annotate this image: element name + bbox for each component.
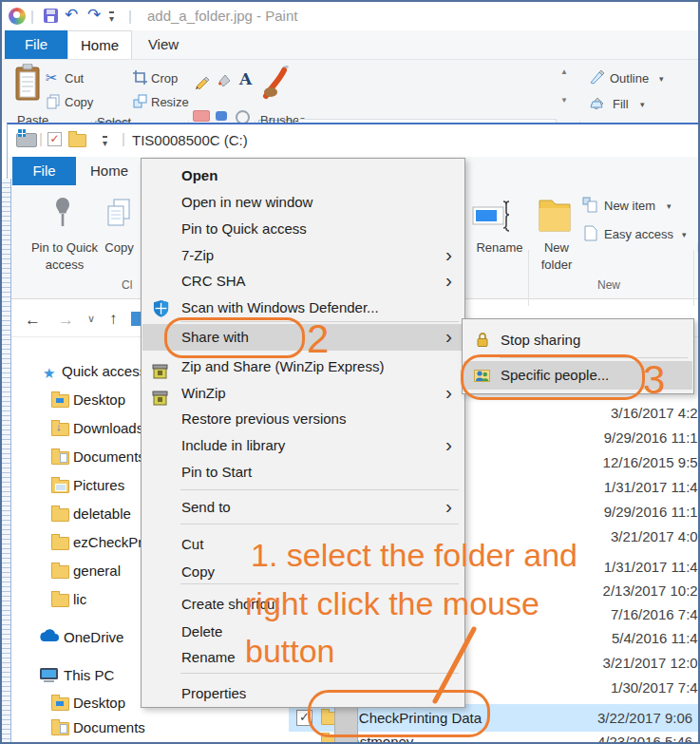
folder-pictures-icon [51, 480, 69, 493]
explorer-titlebar: | ✓ ▾ | TIS0008500C (C:) [8, 124, 699, 157]
menu-item-label: Scan with Windows Defender... [181, 299, 379, 315]
folder-documents-icon [51, 722, 69, 735]
outline-dropdown-icon[interactable]: ▾ [659, 74, 664, 84]
new-item-button[interactable]: New item [604, 199, 655, 213]
up-icon[interactable]: ↑ [109, 310, 118, 329]
address-bar-location-icon [131, 312, 141, 326]
sidebar-item-desktop[interactable]: Desktop [73, 390, 125, 410]
folder-icon [51, 594, 69, 607]
sidebar-item-this-pc-desktop[interactable]: Desktop [73, 693, 125, 714]
redo-icon[interactable]: ↷ [87, 7, 101, 24]
properties-quick-icon[interactable]: ✓ [47, 132, 62, 146]
new-folder-quick-icon[interactable] [68, 134, 86, 147]
sidebar-item-lic[interactable]: lic [73, 589, 86, 610]
folder-documents-icon [51, 451, 69, 465]
submenu-arrow-icon: › [445, 242, 452, 267]
sidebar-item-downloads[interactable]: Downloads [73, 418, 143, 439]
submenu-arrow-icon: › [445, 494, 452, 519]
date-modified-value: 9/29/2016 11:10 [575, 503, 700, 522]
divider: | [122, 130, 125, 146]
copy-icon [47, 94, 60, 109]
menu-item-label: CRC SHA [181, 273, 246, 289]
paint-ribbon: Paste ✂ Cut Copy Select Crop Resize [2, 60, 698, 123]
color-picker-tool-icon[interactable] [216, 111, 227, 121]
fill-dropdown-icon[interactable]: ▾ [640, 100, 645, 109]
fill-button-label[interactable]: Fill [613, 97, 629, 111]
paint-tab-file[interactable]: File [5, 30, 67, 59]
fill-tool-icon[interactable] [216, 72, 233, 89]
menu-item-send-to[interactable]: Send to› [142, 494, 464, 521]
sidebar-item-onedrive[interactable]: OneDrive [64, 627, 123, 648]
menu-item-pin-to-quick-access[interactable]: Pin to Quick access [142, 216, 464, 242]
crop-button-label[interactable]: Crop [151, 71, 178, 86]
explorer-tab-file[interactable]: File [12, 157, 76, 185]
save-icon[interactable] [44, 9, 58, 23]
fill-icon [589, 94, 606, 110]
paste-icon[interactable] [13, 64, 42, 102]
sidebar-item-quick-access[interactable]: Quick access [62, 361, 146, 382]
clipboard-group-label: Cl [122, 278, 132, 292]
menu-item-restore-previous-versions[interactable]: Restore previous versions [142, 406, 464, 432]
date-modified-value: 3/22/2017 9:06 [597, 710, 692, 726]
sidebar-item-pictures[interactable]: Pictures [73, 475, 124, 496]
divider: | [30, 8, 34, 24]
sidebar-item-this-pc-documents[interactable]: Documents [73, 717, 145, 738]
sidebar-item-deletable[interactable]: deletable [73, 504, 131, 525]
folder-desktop-icon [51, 394, 69, 408]
cut-button-label[interactable]: Cut [65, 71, 84, 86]
submenu-item-label: Stop sharing [501, 332, 580, 348]
date-modified-value: 3/16/2017 4:25 [575, 404, 700, 423]
text-tool-icon[interactable]: A [239, 69, 252, 88]
crop-icon [133, 70, 147, 85]
outline-button-label[interactable]: Outline [610, 71, 649, 86]
sidebar-item-documents[interactable]: Documents [73, 447, 145, 467]
pin-to-quick-access-button-line2[interactable]: access [15, 258, 114, 272]
menu-item-open[interactable]: Open [142, 162, 464, 189]
forward-icon[interactable]: → [58, 311, 74, 330]
rename-button[interactable]: Rename [471, 240, 528, 255]
menu-item-winzip[interactable]: WinZip› [142, 380, 464, 407]
explorer-qat-dropdown-icon[interactable]: ▾ [103, 136, 107, 147]
submenu-arrow-icon: › [445, 268, 452, 293]
easy-access-dropdown-icon[interactable]: ▾ [682, 230, 687, 239]
outline-icon [589, 68, 605, 85]
new-folder-button[interactable]: New [536, 240, 577, 255]
shapes-scroll-down-icon[interactable]: ▼ [560, 96, 568, 105]
new-folder-button-line2[interactable]: folder [536, 258, 577, 272]
pencil-tool-icon[interactable] [194, 73, 210, 89]
annotation-step1-line2: right click the mouse [245, 587, 539, 620]
paint-tab-view[interactable]: View [132, 30, 195, 59]
sidebar-item-ezcheckpri[interactable]: ezCheckPri [73, 532, 146, 553]
menu-item-label: 7-Zip [181, 247, 214, 263]
copy-button-label[interactable]: Copy [65, 95, 93, 109]
explorer-tab-home[interactable]: Home [76, 157, 142, 185]
shapes-scroll-up-icon[interactable]: ▲ [560, 67, 568, 76]
submenu-item-stop-sharing[interactable]: Stop sharing [464, 327, 692, 353]
menu-item-label: WinZip [181, 385, 226, 401]
sidebar-item-this-pc[interactable]: This PC [64, 665, 114, 686]
annotation-step1-line3: button [245, 635, 335, 667]
menu-item-7zip[interactable]: 7-Zip› [142, 242, 464, 269]
winzip-icon [152, 363, 168, 379]
menu-item-open-in-new-window[interactable]: Open in new window [142, 189, 464, 216]
recent-locations-chevron-icon[interactable]: ∨ [87, 313, 95, 325]
folder-desktop-icon [51, 697, 69, 711]
annotation-circle-share-with [164, 317, 305, 358]
menu-item-crc-sha[interactable]: CRC SHA› [142, 268, 464, 295]
lock-icon [475, 332, 490, 348]
resize-button-label[interactable]: Resize [151, 95, 189, 109]
sidebar-item-general[interactable]: general [73, 561, 121, 582]
new-item-dropdown-icon[interactable]: ▾ [667, 201, 672, 211]
copy-button[interactable]: Copy [98, 240, 141, 255]
paint-window-title: add_a_folder.jpg - Paint [147, 8, 297, 24]
easy-access-button[interactable]: Easy access [604, 227, 673, 241]
eraser-tool-icon[interactable] [193, 110, 210, 122]
date-modified-value: 1/31/2017 11:43 [575, 478, 700, 497]
menu-item-pin-to-start[interactable]: Pin to Start [142, 459, 464, 486]
undo-icon[interactable]: ↶ [65, 7, 78, 24]
paint-tab-home[interactable]: Home [67, 30, 132, 59]
menu-item-include-in-library[interactable]: Include in library› [142, 432, 464, 459]
quick-access-toolbar-dropdown-icon[interactable]: ▾ [109, 11, 114, 23]
defender-shield-icon [152, 299, 170, 317]
back-icon[interactable]: ← [25, 311, 41, 330]
